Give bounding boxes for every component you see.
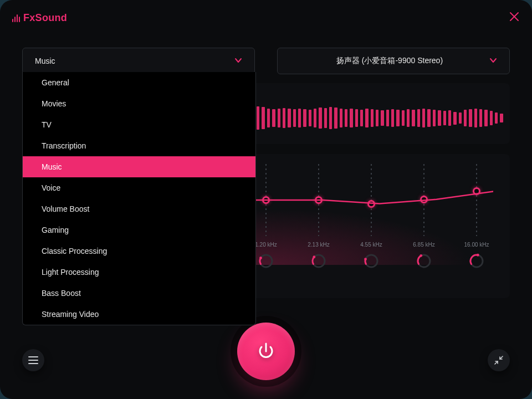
svg-point-10 xyxy=(260,255,272,267)
svg-point-13 xyxy=(313,255,315,258)
close-button[interactable] xyxy=(509,11,520,22)
spectrum-bar xyxy=(386,110,389,126)
chevron-down-icon xyxy=(234,57,242,66)
spectrum-bar xyxy=(283,108,285,128)
spectrum-bar xyxy=(381,110,383,125)
preset-option[interactable]: Light Processing xyxy=(23,262,255,283)
eq-band: 2.13 kHz xyxy=(302,164,335,289)
spectrum-bar xyxy=(278,109,280,127)
spectrum-bar xyxy=(402,110,405,125)
spectrum-bar xyxy=(474,109,477,127)
preset-option[interactable]: Gaming xyxy=(23,219,255,241)
output-device-value: 扬声器 (小爱音箱-9900 Stereo) xyxy=(336,56,443,66)
eq-band-knob[interactable] xyxy=(416,253,432,269)
spectrum-bar xyxy=(365,109,368,127)
eq-slider-thumb[interactable] xyxy=(420,196,428,203)
preset-option[interactable]: TV xyxy=(23,114,255,135)
eq-band-knob[interactable] xyxy=(364,253,379,269)
menu-button[interactable] xyxy=(22,349,44,371)
spectrum-bar xyxy=(345,109,347,126)
spectrum-bar xyxy=(459,112,462,124)
eq-slider-thumb[interactable] xyxy=(367,200,375,208)
spectrum-bar xyxy=(391,109,394,126)
eq-slider-track[interactable] xyxy=(318,164,319,236)
preset-option[interactable]: Bass Boost xyxy=(23,283,255,304)
preset-option[interactable]: Music xyxy=(23,156,255,177)
collapse-icon xyxy=(494,356,503,365)
spectrum-bar xyxy=(334,108,337,129)
spectrum-bar xyxy=(417,109,420,126)
spectrum-bar xyxy=(262,107,264,129)
spectrum-bar xyxy=(319,108,321,129)
eq-slider-thumb[interactable] xyxy=(315,196,323,204)
spectrum-bar xyxy=(376,110,378,126)
spectrum-bar xyxy=(340,109,342,127)
app-window: FxSound Music 扬声器 (小爱音箱-9900 Stereo) xyxy=(0,0,532,399)
eq-slider-track[interactable] xyxy=(423,164,424,236)
eq-slider-track[interactable] xyxy=(476,164,477,236)
selector-row: Music 扬声器 (小爱音箱-9900 Stereo) xyxy=(22,48,510,74)
output-device-select[interactable]: 扬声器 (小爱音箱-9900 Stereo) xyxy=(277,48,510,74)
spectrum-bar xyxy=(453,112,456,125)
app-logo: FxSound xyxy=(12,12,67,24)
svg-point-17 xyxy=(420,254,422,257)
spectrum-bar xyxy=(469,109,472,126)
spectrum-bar xyxy=(443,111,446,125)
preset-option[interactable]: Transcription xyxy=(23,135,255,156)
spectrum-bar xyxy=(422,109,425,127)
spectrum-bar xyxy=(303,109,306,126)
spectrum-bar xyxy=(407,109,410,126)
eq-band: 4.55 kHz xyxy=(355,164,388,289)
svg-point-19 xyxy=(477,254,479,257)
spectrum-bar xyxy=(329,107,332,129)
eq-slider-track[interactable] xyxy=(265,164,267,236)
preset-select[interactable]: Music xyxy=(22,48,255,74)
spectrum-bar xyxy=(412,110,415,126)
spectrum-bar xyxy=(448,110,451,125)
logo-bars-icon xyxy=(12,14,20,22)
title-bar: FxSound xyxy=(0,0,532,33)
spectrum-bar xyxy=(298,109,301,127)
spectrum-bar xyxy=(371,109,374,126)
mini-mode-button[interactable] xyxy=(488,349,510,371)
preset-option[interactable]: Streaming Video xyxy=(23,304,255,325)
spectrum-bar xyxy=(267,109,270,127)
spectrum-bar xyxy=(396,110,399,126)
svg-point-14 xyxy=(365,255,377,267)
eq-band-label: 1.20 kHz xyxy=(255,242,277,248)
power-icon xyxy=(256,341,276,361)
chevron-down-icon xyxy=(489,57,497,66)
preset-option[interactable]: Volume Boost xyxy=(23,198,255,219)
preset-option[interactable]: General xyxy=(23,72,255,93)
eq-band-knob[interactable] xyxy=(258,253,274,269)
spectrum-bar xyxy=(500,114,503,123)
spectrum-bar xyxy=(293,109,296,126)
app-name: FxSound xyxy=(23,12,67,24)
power-button[interactable] xyxy=(237,323,295,380)
preset-option[interactable]: Movies xyxy=(23,93,255,114)
spectrum-bar xyxy=(433,110,436,126)
spectrum-bar xyxy=(479,109,482,126)
spectrum-bar xyxy=(272,109,275,126)
preset-option[interactable]: Voice xyxy=(23,177,255,198)
eq-band-knob[interactable] xyxy=(311,253,326,269)
eq-band-label: 4.55 kHz xyxy=(360,242,382,248)
spectrum-bar xyxy=(350,109,352,127)
eq-band-label: 2.13 kHz xyxy=(308,242,329,248)
eq-slider-track[interactable] xyxy=(371,164,372,236)
close-icon xyxy=(509,11,520,22)
svg-point-15 xyxy=(364,258,367,260)
eq-slider-thumb[interactable] xyxy=(473,187,480,195)
spectrum-bar xyxy=(314,109,316,127)
eq-band: 6.85 kHz xyxy=(407,164,441,289)
preset-option[interactable]: Classic Processing xyxy=(23,241,255,262)
eq-band-knob[interactable] xyxy=(469,253,484,269)
preset-dropdown[interactable]: GeneralMoviesTVTranscriptionMusicVoiceVo… xyxy=(22,72,256,325)
preset-select-value: Music xyxy=(35,57,55,65)
eq-band: 16.00 kHz xyxy=(460,164,493,289)
eq-slider-thumb[interactable] xyxy=(262,196,270,204)
spectrum-bar xyxy=(360,110,363,126)
spectrum-bar xyxy=(484,110,487,126)
svg-point-11 xyxy=(259,257,262,259)
spectrum-bar xyxy=(427,109,430,126)
